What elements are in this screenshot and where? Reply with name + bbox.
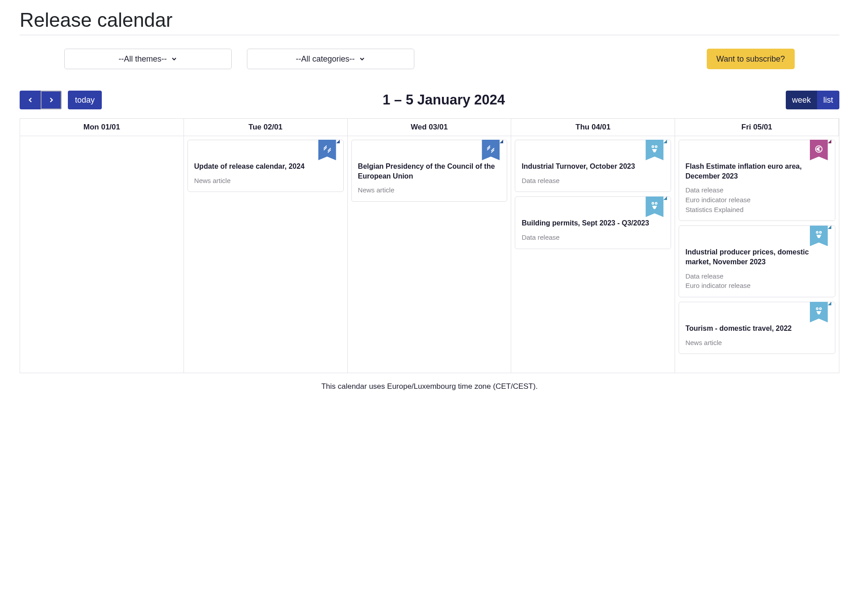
themes-select-label: --All themes-- bbox=[118, 54, 167, 64]
event-tag: Data release bbox=[521, 233, 664, 242]
timezone-footnote: This calendar uses Europe/Luxembourg tim… bbox=[20, 382, 839, 391]
data-badge-icon bbox=[810, 225, 828, 245]
prev-button[interactable] bbox=[20, 91, 41, 109]
event-title: Industrial producer prices, domestic mar… bbox=[685, 247, 829, 266]
svg-point-1 bbox=[655, 146, 657, 147]
event-card[interactable]: Flash Estimate inflation euro area, Dece… bbox=[679, 140, 835, 221]
event-tag: News article bbox=[685, 338, 829, 348]
svg-point-7 bbox=[816, 308, 818, 310]
day-column: Belgian Presidency of the Council of the… bbox=[348, 136, 512, 373]
day-header: Mon 01/01 bbox=[20, 119, 184, 136]
svg-point-5 bbox=[816, 232, 818, 233]
event-title: Belgian Presidency of the Council of the… bbox=[358, 162, 501, 181]
filter-row: --All themes-- --All categories-- Want t… bbox=[20, 49, 839, 69]
svg-point-6 bbox=[820, 232, 821, 233]
euro-badge-icon bbox=[810, 140, 828, 159]
event-card[interactable]: Industrial Turnover, October 2023Data re… bbox=[515, 140, 671, 192]
week-view-button[interactable]: week bbox=[786, 91, 817, 109]
chevron-left-icon bbox=[26, 96, 34, 104]
day-column: Flash Estimate inflation euro area, Dece… bbox=[675, 136, 839, 373]
data-badge-icon bbox=[646, 196, 663, 216]
arrow-group bbox=[20, 91, 62, 109]
day-column: Industrial Turnover, October 2023Data re… bbox=[511, 136, 675, 373]
day-header: Tue 02/01 bbox=[184, 119, 348, 136]
svg-point-2 bbox=[652, 203, 654, 204]
event-tag: Euro indicator release bbox=[685, 281, 829, 291]
categories-select-label: --All categories-- bbox=[296, 54, 354, 64]
event-tag: Data release bbox=[685, 185, 829, 195]
event-tag: News article bbox=[358, 185, 501, 195]
event-tag: Data release bbox=[685, 271, 829, 281]
calendar-grid: Mon 01/01Tue 02/01Wed 03/01Thu 04/01Fri … bbox=[20, 118, 839, 373]
event-card[interactable]: Building permits, Sept 2023 - Q3/2023Dat… bbox=[515, 196, 671, 249]
categories-select[interactable]: --All categories-- bbox=[247, 49, 414, 69]
chevron-right-icon bbox=[47, 96, 55, 104]
today-button[interactable]: today bbox=[68, 91, 102, 109]
svg-point-0 bbox=[652, 146, 654, 147]
calendar-nav: today 1 – 5 January 2024 week list bbox=[20, 91, 839, 109]
chevron-down-icon bbox=[171, 55, 178, 62]
day-header: Fri 05/01 bbox=[675, 119, 839, 136]
news-badge-icon bbox=[318, 140, 336, 159]
event-title: Building permits, Sept 2023 - Q3/2023 bbox=[521, 218, 664, 228]
event-card[interactable]: Tourism - domestic travel, 2022News arti… bbox=[679, 302, 835, 354]
subscribe-button[interactable]: Want to subscribe? bbox=[707, 49, 795, 69]
data-badge-icon bbox=[646, 140, 663, 159]
event-tag: Statistics Explained bbox=[685, 205, 829, 215]
event-tag: News article bbox=[194, 176, 337, 186]
event-title: Industrial Turnover, October 2023 bbox=[521, 162, 664, 171]
event-title: Flash Estimate inflation euro area, Dece… bbox=[685, 162, 829, 181]
themes-select[interactable]: --All themes-- bbox=[64, 49, 232, 69]
event-card[interactable]: Industrial producer prices, domestic mar… bbox=[679, 225, 835, 297]
view-toggle: week list bbox=[786, 91, 839, 109]
event-title: Tourism - domestic travel, 2022 bbox=[685, 324, 829, 333]
day-column: Update of release calendar, 2024News art… bbox=[184, 136, 348, 373]
next-button[interactable] bbox=[41, 91, 62, 109]
event-tag: Euro indicator release bbox=[685, 195, 829, 205]
list-view-button[interactable]: list bbox=[817, 91, 839, 109]
news-badge-icon bbox=[482, 140, 500, 159]
chevron-down-icon bbox=[359, 55, 366, 62]
data-badge-icon bbox=[810, 302, 828, 321]
day-header: Wed 03/01 bbox=[348, 119, 512, 136]
svg-point-8 bbox=[820, 308, 821, 310]
event-card[interactable]: Belgian Presidency of the Council of the… bbox=[351, 140, 508, 202]
day-header: Thu 04/01 bbox=[511, 119, 675, 136]
event-tag: Data release bbox=[521, 176, 664, 186]
event-card[interactable]: Update of release calendar, 2024News art… bbox=[188, 140, 344, 192]
event-title: Update of release calendar, 2024 bbox=[194, 162, 337, 171]
title-divider bbox=[20, 35, 839, 35]
page-title: Release calendar bbox=[20, 9, 839, 31]
day-column bbox=[20, 136, 184, 373]
date-range-label: 1 – 5 January 2024 bbox=[102, 92, 786, 108]
svg-point-3 bbox=[655, 203, 657, 204]
